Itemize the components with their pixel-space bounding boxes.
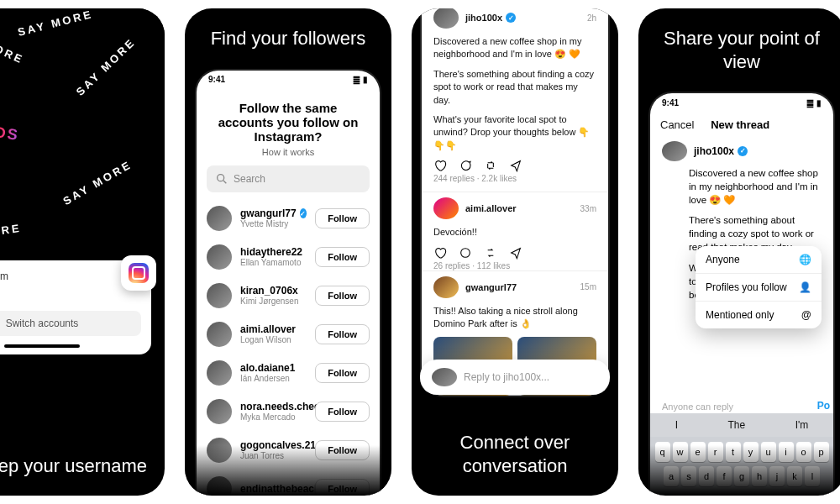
account-list: gwangurl77 Yvette MistryFollowhidaythere… (197, 199, 380, 496)
key-r[interactable]: r (708, 442, 723, 462)
keyboard: qwertyuiop asdfghjkl (650, 437, 833, 496)
account-username: alo.daiane1 (240, 362, 307, 374)
key-t[interactable]: t (726, 442, 741, 462)
compose-username: jiho100x (694, 144, 734, 159)
comment-icon[interactable] (459, 159, 472, 172)
audience-option-following[interactable]: Profiles you follow👤 (696, 274, 822, 302)
phone-mockup-top: jiho100x 2h Discovered a new coffee shop… (420, 8, 610, 397)
key-w[interactable]: w (673, 442, 688, 462)
suggestion[interactable]: The (728, 419, 746, 431)
reply-input[interactable]: Reply to jiho100x... (420, 360, 610, 395)
follow-button[interactable]: Follow (315, 479, 370, 496)
follow-button[interactable]: Follow (315, 402, 370, 422)
account-row[interactable]: hidaythere22Ellan YamamotoFollow (197, 238, 380, 276)
suggestion[interactable]: I'm (795, 419, 809, 431)
comment-icon[interactable] (459, 246, 472, 260)
post-stats[interactable]: 244 replies · 2.2k likes (433, 174, 596, 183)
follow-button[interactable]: Follow (315, 324, 370, 344)
verified-icon (738, 146, 748, 156)
follow-button[interactable]: Follow (315, 363, 370, 383)
key-k[interactable]: k (787, 466, 802, 486)
follow-button[interactable]: Follow (315, 286, 370, 306)
repost-icon[interactable] (484, 246, 497, 260)
panel-share-pov: Share your point of view 9:41 ䷀ ▮ Cancel… (638, 8, 840, 496)
account-row[interactable]: kiran_0706xKimi JørgensenFollow (197, 276, 380, 315)
key-g[interactable]: g (734, 466, 749, 486)
follow-button[interactable]: Follow (315, 208, 370, 228)
avatar (207, 244, 232, 270)
account-row[interactable]: gwangurl77 Yvette MistryFollow (197, 199, 380, 238)
key-a[interactable]: a (664, 466, 679, 486)
suggestion[interactable]: I (675, 419, 678, 431)
verified-icon (300, 208, 307, 218)
login-card[interactable]: with Instagram x Switch accounts (0, 260, 151, 354)
key-p[interactable]: p (814, 442, 829, 462)
verified-icon (506, 13, 516, 23)
phone-mockup: 9:41 ䷀ ▮ Follow the same accounts you fo… (195, 69, 381, 496)
account-row[interactable]: nora.needs.cheeseMyka MercadoFollow (197, 392, 380, 431)
follow-button[interactable]: Follow (315, 247, 370, 267)
audience-option-mentioned[interactable]: Mentioned only@ (696, 302, 822, 328)
avatar (433, 8, 459, 29)
status-icons: ䷀ ▮ (806, 98, 822, 108)
search-input[interactable]: Search (207, 165, 370, 192)
reply-username: gwangurl77 (465, 282, 517, 292)
reply-time: 33m (580, 204, 596, 213)
search-icon (215, 172, 228, 186)
reply-text: This!! Also taking a nice stroll along D… (433, 305, 596, 331)
account-realname: Ián Andersen (240, 374, 307, 383)
key-i[interactable]: i (779, 442, 794, 462)
thread-post[interactable]: jiho100x 2h Discovered a new coffee shop… (422, 8, 608, 192)
audience-option-anyone[interactable]: Anyone🌐 (696, 246, 822, 274)
repost-icon[interactable] (484, 159, 497, 172)
svg-point-0 (218, 174, 224, 181)
key-e[interactable]: e (690, 442, 706, 462)
cancel-button[interactable]: Cancel (660, 118, 694, 131)
panel-find-followers: Find your followers 9:41 ䷀ ▮ Follow the … (185, 8, 391, 496)
account-username: aimi.allover (240, 323, 307, 335)
key-u[interactable]: u (761, 442, 776, 462)
login-username: x (0, 286, 141, 301)
reply-audience-hint[interactable]: Anyone can reply (662, 402, 733, 412)
heart-icon[interactable] (433, 159, 447, 172)
screenshot-gallery: SAY MORE SAY MORE SAY MORE THREADS SAY M… (0, 0, 840, 496)
key-j[interactable]: j (769, 466, 785, 486)
reply-post[interactable]: aimi.allover 33m Devoción!! 26 replies ·… (422, 192, 608, 270)
account-row[interactable]: gogoncalves.21Juan TorresFollow (197, 431, 380, 470)
login-with-label: with Instagram (0, 270, 141, 282)
share-icon[interactable] (509, 159, 522, 172)
globe-icon: 🌐 (799, 254, 811, 265)
account-row[interactable]: endinatthebeachFollow (197, 470, 380, 496)
key-f[interactable]: f (717, 466, 732, 486)
post-body: Discovered a new coffee shop in my neigh… (433, 35, 596, 152)
avatar (207, 283, 232, 308)
compose-title: New thread (711, 118, 769, 131)
keyboard-suggestions: I The I'm (650, 413, 833, 437)
key-s[interactable]: s (681, 466, 696, 486)
key-q[interactable]: q (655, 442, 670, 462)
panel-caption: Connect over conversation (412, 412, 618, 496)
key-d[interactable]: d (699, 466, 714, 486)
account-row[interactable]: alo.daiane1Ián AndersenFollow (197, 354, 380, 392)
post-username: jiho100x (465, 13, 502, 23)
status-time: 9:41 (208, 75, 225, 84)
follow-button[interactable]: Follow (315, 440, 370, 460)
key-y[interactable]: y (743, 442, 759, 462)
follow-prompt-title: Follow the same accounts you follow on I… (197, 89, 380, 147)
avatar (432, 368, 457, 386)
key-l[interactable]: l (805, 466, 820, 486)
heart-icon[interactable] (433, 246, 447, 260)
account-row[interactable]: aimi.alloverLogan WilsonFollow (197, 315, 380, 354)
at-icon: @ (801, 309, 811, 321)
switch-accounts-button[interactable]: Switch accounts (0, 311, 141, 336)
key-h[interactable]: h (752, 466, 767, 486)
account-username: hidaythere22 (240, 246, 307, 258)
key-o[interactable]: o (796, 442, 811, 462)
how-it-works-link[interactable]: How it works (197, 147, 380, 157)
post-button[interactable]: Po (817, 400, 830, 412)
reply-stats[interactable]: 26 replies · 112 likes (433, 261, 596, 270)
avatar (207, 476, 232, 496)
share-icon[interactable] (509, 246, 522, 260)
account-username: gogoncalves.21 (240, 439, 307, 451)
avatar (207, 322, 232, 347)
